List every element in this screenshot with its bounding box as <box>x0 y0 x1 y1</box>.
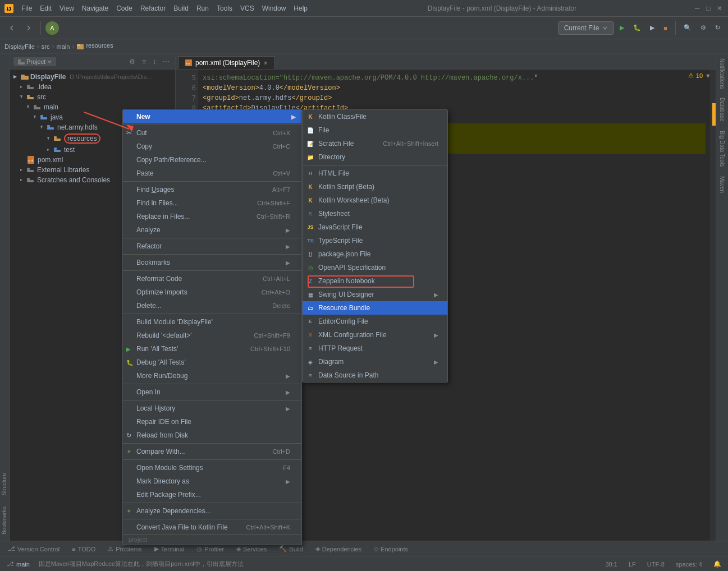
menu-edit[interactable]: Edit <box>36 3 55 13</box>
ctx-refactor[interactable]: Refactor ▶ <box>123 240 301 253</box>
ctx-compare[interactable]: ✦ Compare With... Ctrl+D <box>123 445 301 458</box>
menu-tools[interactable]: Tools <box>213 3 236 13</box>
indent-settings[interactable]: spaces: 4 <box>674 560 704 569</box>
stop-button[interactable]: ■ <box>660 22 671 34</box>
ctx-analyze-deps[interactable]: ✦ Analyze Dependencies... <box>123 504 301 518</box>
menu-file[interactable]: File <box>18 3 35 13</box>
bookmarks-tab[interactable]: Bookmarks <box>0 502 10 541</box>
ctx-convert-kotlin[interactable]: Convert Java File to Kotlin File Ctrl+Al… <box>123 521 301 534</box>
big-data-tools-tab[interactable]: Big Data Tools <box>716 126 728 171</box>
breadcrumb-item-1[interactable]: src <box>42 43 50 50</box>
notifications-tab[interactable]: Notifications <box>716 54 728 93</box>
ctx-copy-path[interactable]: Copy Path/Reference... <box>123 153 301 167</box>
tree-src[interactable]: src <box>10 92 175 102</box>
submenu-ts[interactable]: TS TypeScript File <box>303 234 447 247</box>
ctx-paste[interactable]: Paste Ctrl+V <box>123 167 301 180</box>
ctx-copy[interactable]: Copy Ctrl+C <box>123 140 301 153</box>
git-branch[interactable]: ⎇ main <box>4 559 32 569</box>
submenu-kotlin-script[interactable]: K Kotlin Script (Beta) <box>303 180 447 194</box>
menu-run[interactable]: Run <box>193 3 212 13</box>
structure-tab[interactable]: Structure <box>0 468 10 502</box>
submenu-package-json[interactable]: {} package.json File <box>303 247 447 261</box>
submenu-stylesheet[interactable]: S Stylesheet <box>303 207 447 220</box>
menu-code[interactable]: Code <box>113 3 136 13</box>
tree-idea[interactable]: .idea <box>10 82 175 92</box>
avatar-btn[interactable]: A <box>45 21 59 35</box>
bottom-tab-todo[interactable]: ≡ TODO <box>66 544 101 555</box>
editor-scrollbar[interactable] <box>710 70 716 541</box>
vcs-update-button[interactable]: ↻ <box>712 22 724 34</box>
ctx-bookmarks[interactable]: Bookmarks ▶ <box>123 256 301 269</box>
submenu-http[interactable]: ≡ HTTP Request <box>303 342 447 355</box>
menu-view[interactable]: View <box>56 3 77 13</box>
menu-vcs[interactable]: VCS <box>237 3 258 13</box>
ctx-replace-in-files[interactable]: Replace in Files... Ctrl+Shift+R <box>123 210 301 223</box>
ctx-find-usages[interactable]: Find Usages Alt+F7 <box>123 183 301 196</box>
ctx-reformat[interactable]: Reformat Code Ctrl+Alt+L <box>123 272 301 286</box>
menu-window[interactable]: Window <box>259 3 290 13</box>
submenu-editorconfig[interactable]: E EditorConfig File <box>303 315 447 328</box>
submenu-kotlin-worksheet[interactable]: K Kotlin Worksheet (Beta) <box>303 194 447 207</box>
forward-button[interactable] <box>21 22 36 34</box>
menu-navigate[interactable]: Navigate <box>79 3 112 13</box>
panel-sort-btn[interactable]: ↕ <box>150 57 158 67</box>
cursor-position[interactable]: 30:1 <box>603 560 619 569</box>
close-button[interactable]: ✕ <box>716 4 724 12</box>
run-config-selector[interactable]: Current File <box>558 21 615 35</box>
settings-button[interactable]: ⚙ <box>697 22 709 34</box>
submenu-js[interactable]: JS JavaScript File <box>303 220 447 234</box>
ctx-repair-ide[interactable]: Repair IDE on File <box>123 415 301 429</box>
maximize-button[interactable]: □ <box>704 4 712 12</box>
submenu-swing[interactable]: ▦ Swing UI Designer ▶ <box>303 288 447 301</box>
database-tab[interactable]: Database <box>716 93 728 126</box>
ctx-debug-tests[interactable]: 🐛 Debug 'All Tests' <box>123 356 301 369</box>
ctx-reload[interactable]: ↻ Reload from Disk <box>123 429 301 442</box>
ctx-new[interactable]: New ▶ <box>123 110 301 123</box>
bottom-tab-vcs[interactable]: ⎇ Version Control <box>2 543 65 555</box>
ctx-delete[interactable]: Delete... Delete <box>123 299 301 312</box>
ctx-run-tests[interactable]: ▶ Run 'All Tests' Ctrl+Shift+F10 <box>123 342 301 356</box>
submenu-directory[interactable]: 📁 Directory <box>303 150 447 164</box>
menu-refactor[interactable]: Refactor <box>137 3 169 13</box>
submenu-file[interactable]: 📄 File <box>303 123 447 137</box>
search-everywhere-button[interactable]: 🔍 <box>680 22 695 34</box>
submenu-openapi[interactable]: ◎ OpenAPI Specification <box>303 261 447 274</box>
tree-root[interactable]: DisplayFile D:\Projects\IdeaProjects\Dis… <box>10 72 175 82</box>
bottom-tab-endpoints[interactable]: ◇ Endpoints <box>368 543 414 555</box>
ctx-open-in[interactable]: Open In ▶ <box>123 385 301 399</box>
ctx-mark-dir[interactable]: Mark Directory as ▶ <box>123 475 301 488</box>
debug-button[interactable]: 🐛 <box>630 22 644 34</box>
ctx-local-history[interactable]: Local History ▶ <box>123 402 301 415</box>
panel-options-btn[interactable]: ⋯ <box>161 57 172 67</box>
maven-tab[interactable]: Maven <box>716 172 728 197</box>
coverage-button[interactable]: ▶ <box>647 22 658 34</box>
ctx-optimize-imports[interactable]: Optimize Imports Ctrl+Alt+O <box>123 286 301 299</box>
menu-help[interactable]: Help <box>290 3 311 13</box>
ctx-module-settings[interactable]: Open Module Settings F4 <box>123 461 301 475</box>
tab-close-btn[interactable]: ✕ <box>263 60 268 66</box>
encoding[interactable]: UTF-8 <box>645 560 667 569</box>
breadcrumb-item-2[interactable]: main <box>56 43 70 50</box>
ctx-find-in-files[interactable]: Find in Files... Ctrl+Shift+F <box>123 196 301 210</box>
panel-settings-btn[interactable]: ⚙ <box>127 57 138 67</box>
minimize-button[interactable]: ─ <box>693 4 701 12</box>
ctx-cut[interactable]: ✂ Cut Ctrl+X <box>123 126 301 140</box>
breadcrumb-item-0[interactable]: DisplayFile <box>4 43 35 50</box>
breadcrumb-item-3[interactable]: resources <box>76 42 113 50</box>
back-button[interactable] <box>4 22 19 34</box>
submenu-xml-config[interactable]: X XML Configuration File ▶ <box>303 328 447 342</box>
submenu-datasource[interactable]: ≡ Data Source in Path <box>303 369 447 382</box>
submenu-resource-bundle[interactable]: 🗂 Resource Bundle <box>303 301 447 315</box>
ctx-edit-prefix[interactable]: Edit Package Prefix... <box>123 488 301 501</box>
ctx-more-run[interactable]: More Run/Debug ▶ <box>123 369 301 383</box>
submenu-scratch[interactable]: 📝 Scratch File Ctrl+Alt+Shift+Insert <box>303 137 447 150</box>
run-button[interactable]: ▶ <box>616 22 628 34</box>
bottom-tab-dependencies[interactable]: ◈ Dependencies <box>310 543 367 555</box>
submenu-kotlin-class[interactable]: K Kotlin Class/File <box>303 110 447 123</box>
ctx-build-module[interactable]: Build Module 'DisplayFile' <box>123 315 301 329</box>
menu-build[interactable]: Build <box>170 3 192 13</box>
line-endings[interactable]: LF <box>626 560 638 569</box>
project-tab[interactable]: Project <box>13 57 56 66</box>
panel-collapse-btn[interactable]: ≡ <box>140 57 148 67</box>
submenu-html[interactable]: H HTML File <box>303 167 447 180</box>
